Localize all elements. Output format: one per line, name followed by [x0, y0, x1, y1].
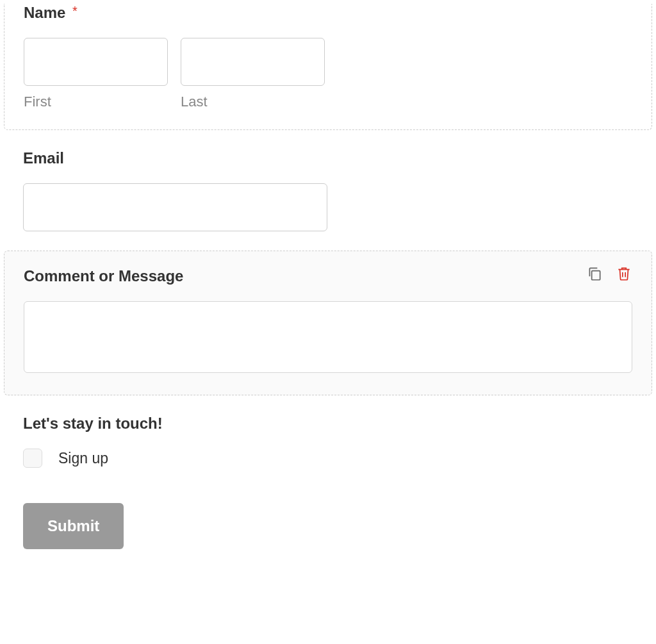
email-field-block: Email	[4, 149, 652, 251]
message-field-block[interactable]: Comment or Message	[4, 251, 652, 395]
stay-in-touch-block: Let's stay in touch! Sign up Submit	[4, 415, 652, 568]
submit-button[interactable]: Submit	[23, 503, 124, 549]
message-label: Comment or Message	[24, 267, 632, 285]
last-name-col: Last	[181, 38, 325, 110]
name-field-block: Name * First Last	[4, 4, 652, 130]
name-row: First Last	[24, 38, 632, 110]
trash-icon[interactable]	[614, 264, 634, 283]
name-label-text: Name	[24, 4, 65, 21]
message-textarea[interactable]	[24, 301, 632, 373]
signup-checkbox-row: Sign up	[23, 449, 633, 468]
email-label: Email	[23, 149, 633, 167]
last-name-sublabel: Last	[181, 94, 325, 110]
field-actions	[585, 264, 634, 283]
name-label: Name *	[24, 4, 632, 22]
svg-rect-0	[592, 271, 600, 280]
signup-checkbox[interactable]	[23, 449, 42, 468]
last-name-input[interactable]	[181, 38, 325, 86]
signup-option-label: Sign up	[58, 450, 108, 467]
email-input[interactable]	[23, 183, 327, 231]
stay-in-touch-label: Let's stay in touch!	[23, 415, 633, 433]
first-name-sublabel: First	[24, 94, 168, 110]
duplicate-icon[interactable]	[585, 264, 604, 283]
required-star: *	[72, 4, 78, 18]
first-name-col: First	[24, 38, 168, 110]
first-name-input[interactable]	[24, 38, 168, 86]
